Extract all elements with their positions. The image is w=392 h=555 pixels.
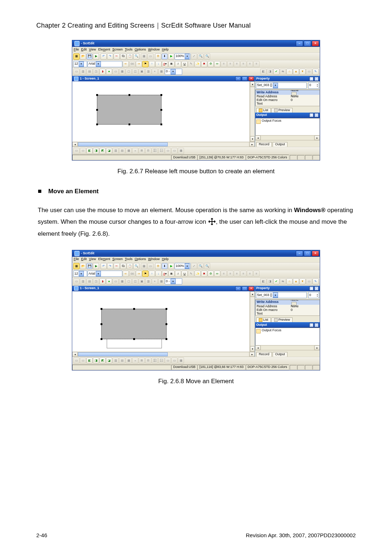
link-icon[interactable]: ⇔ — [214, 61, 220, 67]
prev-icon[interactable]: ⇐ — [123, 61, 129, 67]
panel-close-icon[interactable]: × — [314, 323, 319, 327]
i[interactable]: A▾ — [162, 271, 168, 277]
bt4[interactable]: ◨ — [93, 148, 99, 154]
menu-tools[interactable]: Tools — [125, 48, 132, 52]
b[interactable]: ⿲ — [152, 357, 158, 364]
bt10[interactable]: ⫠ — [132, 148, 138, 154]
i[interactable]: 00 — [129, 271, 135, 277]
p[interactable]: ▲ — [293, 278, 299, 284]
t3-1[interactable]: ▭ — [73, 69, 79, 75]
p[interactable]: ◧ — [260, 278, 266, 284]
p[interactable]: ◨ — [267, 278, 273, 284]
cut-icon[interactable]: ✂ — [114, 53, 120, 60]
i[interactable]: ⇔ — [214, 271, 220, 277]
i[interactable]: B — [168, 271, 175, 277]
al-l-icon[interactable]: ≡ — [221, 61, 227, 67]
p[interactable]: ✎ — [313, 278, 319, 284]
b[interactable]: ⿳ — [158, 357, 164, 364]
i[interactable]: ▦ — [73, 263, 79, 269]
i[interactable]: ⚙ — [155, 263, 161, 269]
i[interactable]: ▶ — [168, 263, 174, 269]
p[interactable]: ⇆ — [280, 278, 286, 284]
property-grid[interactable]: Write AddressNone…Read AddressNoneEdit O… — [255, 90, 320, 106]
bt3[interactable]: ◧ — [86, 148, 93, 154]
menu-screen[interactable]: Screen — [112, 48, 123, 52]
tab-output[interactable]: Output — [273, 352, 287, 357]
pin-icon[interactable]: ⯐ — [309, 77, 314, 81]
p4[interactable]: ⇆ — [280, 69, 286, 75]
output-hscroll[interactable]: ◂▸ — [255, 345, 320, 350]
t3-5[interactable]: ◗ — [99, 69, 106, 75]
menu-options[interactable]: Options — [135, 48, 146, 52]
p6[interactable]: ▲ — [293, 69, 299, 75]
p5[interactable]: ⌂ — [286, 69, 293, 75]
gear-icon[interactable]: ⚙ — [208, 61, 214, 67]
menu-options[interactable]: Options — [135, 258, 146, 261]
i[interactable]: ⌖ — [152, 278, 158, 284]
step-icon[interactable]: 00 — [129, 61, 135, 67]
t3-8[interactable]: ▦ — [119, 69, 125, 75]
bt6[interactable]: ◪ — [106, 148, 112, 154]
i[interactable]: 📋 — [127, 263, 133, 269]
b[interactable]: ▦ — [126, 357, 132, 364]
grid-icon[interactable]: ▦ — [141, 53, 147, 60]
i[interactable]: ▢ — [126, 278, 132, 284]
child-max[interactable]: □ — [242, 76, 248, 81]
menu-help[interactable]: Help — [162, 48, 169, 52]
i[interactable]: ≡ — [227, 271, 233, 277]
i[interactable]: ▭ — [73, 278, 79, 284]
b[interactable]: ▭ — [171, 357, 177, 364]
bt5[interactable]: ◩ — [99, 148, 106, 154]
i[interactable]: ↶ — [101, 263, 107, 269]
i[interactable]: ↑ — [149, 271, 155, 277]
menu-window[interactable]: Window — [148, 258, 160, 261]
i[interactable]: ▦ — [141, 263, 147, 269]
menu-file[interactable]: File — [74, 258, 79, 261]
t3-4[interactable]: ◳ — [93, 69, 99, 75]
b[interactable]: ◩ — [99, 357, 106, 364]
bt15[interactable]: ▭ — [165, 148, 171, 154]
copy-icon[interactable]: ⿻ — [120, 53, 126, 60]
minimize-button[interactable]: – — [296, 251, 303, 256]
compile-icon[interactable]: ⚙ — [155, 53, 161, 60]
state-combo[interactable]: 0 -▾ — [165, 278, 182, 284]
bt9[interactable]: ▦ — [126, 148, 132, 154]
hscrollbar[interactable]: ◂▸ — [72, 352, 255, 357]
i[interactable]: ✎ — [188, 271, 194, 277]
p2[interactable]: ◨ — [267, 69, 273, 75]
menu-element[interactable]: Element — [98, 258, 110, 261]
i[interactable]: ▭ — [113, 278, 119, 284]
new-element[interactable] — [97, 95, 162, 125]
i[interactable]: ≡ — [234, 271, 240, 277]
screen-icon[interactable]: ▭ — [147, 53, 154, 60]
maximize-button[interactable]: □ — [304, 41, 311, 46]
b[interactable]: ◨ — [93, 357, 99, 364]
panel-close-icon[interactable]: × — [314, 77, 319, 81]
menu-screen[interactable]: Screen — [112, 258, 123, 261]
i[interactable]: ▥ — [80, 278, 86, 284]
child-max[interactable]: □ — [242, 286, 248, 291]
i[interactable]: ↷ — [107, 263, 113, 269]
minimize-button[interactable]: – — [296, 41, 303, 46]
al-m-icon[interactable]: ≡ — [247, 61, 253, 67]
p3[interactable]: ✔ — [273, 69, 279, 75]
element-selector[interactable]: Set_003 {}▾ — [256, 292, 307, 298]
i[interactable]: 📂 — [80, 263, 86, 269]
pin-icon[interactable]: ⯐ — [309, 286, 314, 291]
i[interactable]: ▦ — [119, 278, 125, 284]
p[interactable]: ▭ — [306, 278, 312, 284]
t3-13[interactable]: ⌖ — [152, 69, 158, 75]
i[interactable]: ≡ — [253, 271, 260, 277]
i[interactable]: ◫ — [132, 278, 138, 284]
i[interactable]: 💾 — [86, 263, 93, 269]
close-button[interactable]: × — [312, 251, 319, 256]
i[interactable]: ◳ — [93, 278, 99, 284]
zoom-combo[interactable]: 100%▾ — [175, 53, 191, 60]
bold-icon[interactable]: B — [168, 61, 175, 67]
bt13[interactable]: ⿲ — [152, 148, 158, 154]
underline-icon[interactable]: U — [181, 61, 188, 67]
al-c-icon[interactable]: ≡ — [227, 61, 233, 67]
font-size-combo[interactable]: 12▾ — [73, 61, 87, 67]
bt8[interactable]: ▤ — [119, 148, 125, 154]
fontcolor-icon[interactable]: A▾ — [162, 61, 168, 67]
